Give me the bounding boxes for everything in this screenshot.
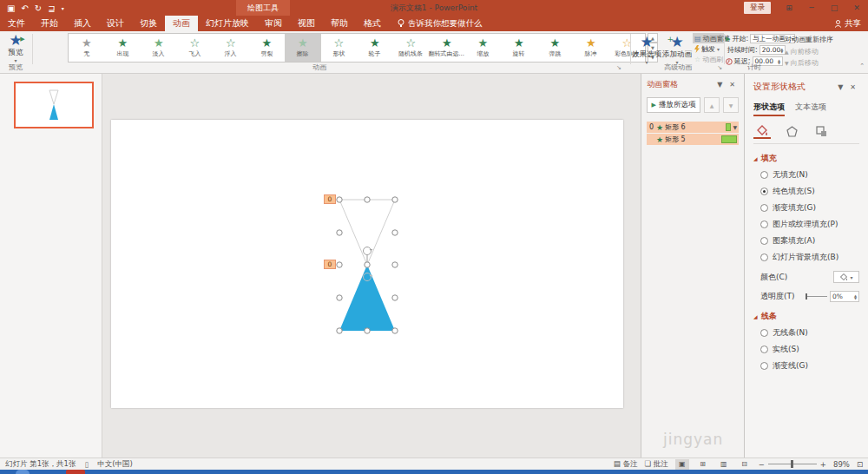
zoom-in-icon[interactable]: +	[820, 460, 826, 469]
redo-icon[interactable]: ↻	[35, 3, 42, 13]
transparency-slider[interactable]	[806, 296, 827, 297]
gallery-item-spin[interactable]: ★旋转	[501, 34, 537, 62]
zoom-level[interactable]: 89%	[833, 460, 850, 469]
gallery-item-none[interactable]: ★无	[69, 34, 105, 62]
animation-pane-close-icon[interactable]: ✕	[726, 81, 739, 89]
size-properties-icon[interactable]	[812, 123, 830, 139]
slide-canvas[interactable]: 0 0	[102, 74, 641, 458]
trigger-button[interactable]: 触发 ▾	[693, 43, 724, 54]
animation-order-tag[interactable]: 0	[324, 194, 336, 204]
customize-quick-access-icon[interactable]: ▾	[62, 5, 64, 11]
tab-file[interactable]: 文件	[0, 16, 33, 31]
close-icon[interactable]: ✕	[845, 0, 868, 16]
format-panel-close-icon[interactable]: ✕	[846, 83, 859, 91]
line-option-gradient[interactable]: 渐变线(G)	[760, 360, 859, 372]
zoom-out-icon[interactable]: −	[759, 460, 765, 469]
reorder-up-button[interactable]: ▲	[704, 97, 720, 113]
animation-list-item[interactable]: 0 ★ 矩形 6 ▼	[647, 122, 739, 133]
line-option-solid[interactable]: 实线(S)	[760, 344, 859, 355]
fill-option-pattern[interactable]: 图案填充(A)	[760, 235, 859, 247]
start-slideshow-icon[interactable]: ⊒	[48, 3, 55, 13]
gallery-item-flip[interactable]: ★翻转式由远...	[429, 34, 465, 62]
fill-option-solid[interactable]: 纯色填充(S)	[760, 186, 859, 197]
start-button[interactable]	[16, 470, 30, 474]
taskbar-app-icon[interactable]	[66, 470, 85, 474]
move-later-button[interactable]: ▼ 向后移动	[785, 57, 845, 69]
fill-option-background[interactable]: 幻灯片背景填充(B)	[760, 252, 859, 263]
gallery-item-shape[interactable]: ☆形状	[321, 34, 358, 62]
format-panel-menu-icon[interactable]: ▼	[834, 83, 846, 91]
tab-shape-options[interactable]: 形状选项	[753, 102, 785, 116]
fill-option-picture-texture[interactable]: 图片或纹理填充(P)	[760, 219, 859, 230]
accessibility-icon[interactable]: ▯	[85, 460, 89, 469]
maximize-icon[interactable]: □	[823, 0, 845, 16]
duration-input[interactable]: 20.00▲▼	[760, 45, 786, 55]
gallery-item-random-bars[interactable]: ☆随机线条	[393, 34, 430, 62]
tab-slideshow[interactable]: 幻灯片放映	[198, 16, 257, 31]
normal-view-button[interactable]: ▣	[675, 459, 689, 470]
gallery-item-bounce[interactable]: ★弹跳	[537, 34, 574, 62]
tab-home[interactable]: 开始	[33, 16, 66, 31]
item-dropdown-icon[interactable]: ▼	[733, 124, 737, 130]
fill-and-line-icon[interactable]	[753, 123, 771, 139]
fill-option-no-fill[interactable]: 无填充(N)	[760, 169, 859, 181]
transparency-spin-down-icon[interactable]: ▼	[854, 297, 857, 300]
gallery-item-wipe[interactable]: ★擦除	[285, 34, 321, 62]
tab-transitions[interactable]: 切换	[132, 16, 165, 31]
add-animation-button[interactable]: ★+ 添加动画 ▾	[662, 33, 692, 64]
fill-color-button[interactable]: ▾	[833, 271, 859, 283]
tab-review[interactable]: 审阅	[257, 16, 290, 31]
tab-help[interactable]: 帮助	[323, 16, 356, 31]
tab-design[interactable]: 设计	[99, 16, 132, 31]
tab-insert[interactable]: 插入	[66, 16, 99, 31]
tell-me-box[interactable]: 告诉我你想要做什么	[389, 16, 491, 31]
slide-thumbnail-1[interactable]	[14, 82, 94, 128]
zoom-slider[interactable]	[768, 464, 817, 464]
fill-option-gradient[interactable]: 渐变填充(G)	[760, 202, 859, 214]
gallery-item-zoom[interactable]: ★缩放	[465, 34, 502, 62]
animation-pane-menu-icon[interactable]: ▼	[713, 81, 726, 89]
line-option-no-line[interactable]: 无线条(N)	[760, 327, 859, 339]
gallery-item-split[interactable]: ★劈裂	[249, 34, 286, 62]
language-indicator[interactable]: 中文(中国)	[97, 459, 133, 470]
notes-button[interactable]: ▤ 备注	[614, 459, 638, 470]
duration-spin-down-icon[interactable]: ▼	[780, 50, 783, 53]
tab-format[interactable]: 格式	[356, 16, 389, 31]
collapse-ribbon-icon[interactable]: ⌃	[859, 63, 865, 69]
animation-dialog-launcher-icon[interactable]: ↘	[616, 64, 621, 71]
collapse-triangle-icon[interactable]: ◢	[753, 155, 758, 161]
animation-order-tag[interactable]: 0	[324, 260, 336, 269]
gallery-item-fly-in[interactable]: ☆飞入	[177, 34, 214, 62]
ribbon-display-options-icon[interactable]: ⊞	[778, 0, 800, 16]
animation-list-item[interactable]: ★ 矩形 5	[647, 134, 739, 145]
move-earlier-button[interactable]: ▲ 向前移动	[785, 46, 845, 57]
comments-button[interactable]: ❏ 批注	[644, 459, 667, 470]
slide-sorter-view-button[interactable]: ⊞	[696, 459, 710, 470]
slideshow-view-button[interactable]: ⊟	[738, 459, 752, 470]
gallery-item-appear[interactable]: ★出现	[105, 34, 141, 62]
sign-in-button[interactable]: 登录	[744, 2, 771, 14]
collapse-triangle-icon[interactable]: ◢	[753, 313, 758, 319]
animation-pane-button[interactable]: ▤ 动画窗格	[693, 33, 724, 43]
play-selected-button[interactable]: ▶ 播放所选项	[647, 97, 700, 113]
advanced-animation-dialog-launcher-icon[interactable]: ↘	[717, 64, 722, 71]
gallery-item-fade[interactable]: ★淡入	[141, 34, 177, 62]
slide-number-indicator[interactable]: 幻灯片 第1张，共1张	[5, 459, 76, 470]
tab-text-options[interactable]: 文本选项	[795, 102, 826, 116]
fit-slide-to-window-icon[interactable]: ⊡	[857, 460, 863, 469]
transparency-input[interactable]: 0%▲▼	[830, 291, 859, 302]
undo-icon[interactable]: ↶	[21, 3, 28, 13]
reorder-down-button[interactable]: ▼	[723, 97, 739, 113]
effect-options-button[interactable]: ★ 效果选项 ▾	[632, 33, 661, 64]
blue-triangle-shape[interactable]	[339, 265, 395, 331]
tab-view[interactable]: 视图	[290, 16, 323, 31]
effects-icon[interactable]	[783, 123, 800, 139]
reading-view-button[interactable]: ▥	[717, 459, 731, 470]
gallery-item-wheel[interactable]: ★轮子	[357, 34, 393, 62]
gallery-item-pulse[interactable]: ★脉冲	[573, 34, 609, 62]
share-button[interactable]: 共享	[834, 16, 861, 31]
save-icon[interactable]: ▣	[7, 3, 15, 13]
preview-button[interactable]: ★▶ 预览 ▾	[0, 31, 31, 63]
gallery-item-float-in[interactable]: ☆浮入	[213, 34, 249, 62]
minimize-icon[interactable]: ─	[800, 0, 823, 16]
